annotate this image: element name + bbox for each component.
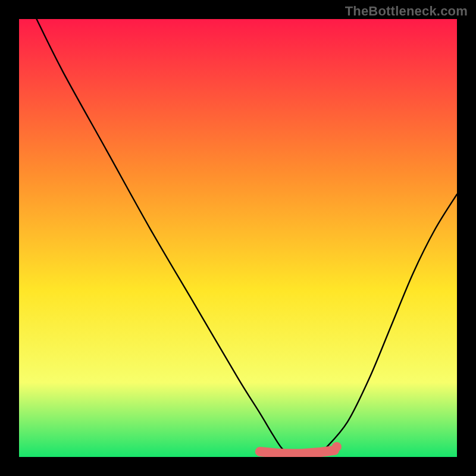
bottleneck-chart (19, 19, 457, 457)
optimal-zone-end-dot (332, 442, 342, 452)
gradient-background (19, 19, 457, 457)
plot-area (19, 19, 457, 457)
watermark-text: TheBottleneck.com (345, 4, 468, 19)
chart-frame: TheBottleneck.com (0, 0, 476, 476)
optimal-zone-highlight (260, 450, 334, 454)
